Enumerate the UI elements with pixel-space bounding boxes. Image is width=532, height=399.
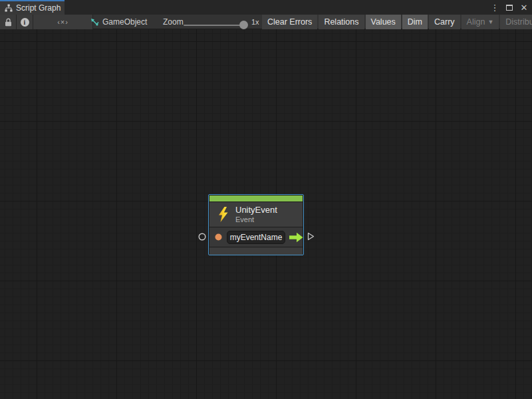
close-icon[interactable]: ✕ [519, 1, 529, 13]
node-title: UnityEvent [235, 205, 277, 215]
tab-script-graph[interactable]: Script Graph [0, 0, 65, 15]
event-name-input[interactable] [227, 231, 285, 244]
values-toggle[interactable]: Values [366, 15, 401, 29]
clear-errors-button[interactable]: Clear Errors [262, 15, 317, 29]
unity-event-node[interactable]: UnityEvent Event [208, 194, 304, 255]
zoom-slider-track[interactable] [184, 25, 246, 26]
node-subtitle: Event [235, 215, 277, 225]
node-accent-strip [209, 196, 303, 201]
info-button[interactable]: i [17, 15, 33, 29]
menu-kebab-icon[interactable]: ⋮ [489, 1, 500, 13]
trigger-input-port[interactable] [198, 233, 206, 241]
node-port-row [209, 227, 303, 247]
value-input-port[interactable] [215, 233, 222, 241]
code-toggle-icon: ‹×› [57, 18, 68, 26]
tab-title: Script Graph [16, 3, 61, 13]
lock-icon [5, 18, 12, 27]
node-footer [209, 247, 303, 255]
carry-toggle[interactable]: Carry [429, 15, 460, 29]
toolbar-button-row: Clear Errors Relations Values Dim Carry … [262, 15, 532, 29]
lock-button[interactable] [0, 15, 17, 29]
distribute-dropdown[interactable]: Distribute ▼ [500, 15, 532, 29]
graph-target: GameObject [90, 15, 147, 29]
maximize-icon[interactable] [504, 1, 515, 13]
graph-asset-icon [90, 18, 99, 27]
trigger-output-port[interactable] [307, 232, 315, 241]
graph-canvas[interactable]: UnityEvent Event [0, 29, 532, 399]
node-header[interactable]: UnityEvent Event [209, 202, 303, 227]
graph-target-label: GameObject [102, 17, 147, 27]
code-toggle-button[interactable]: ‹×› [33, 15, 93, 29]
zoom-value: 1x [251, 15, 259, 29]
align-dropdown[interactable]: Align ▼ [462, 15, 499, 29]
script-graph-icon [5, 4, 13, 12]
graph-toolbar: i ‹×› GameObject Zoom 1x Clear Errors Re… [0, 15, 532, 29]
titlebar: Script Graph ⋮ ✕ [0, 0, 532, 15]
relations-toggle[interactable]: Relations [319, 15, 364, 29]
trigger-arrow-icon[interactable] [289, 232, 304, 243]
script-graph-window: Script Graph ⋮ ✕ i ‹×› GameOb [0, 0, 532, 399]
lightning-bolt-icon [217, 207, 229, 222]
dim-toggle[interactable]: Dim [402, 15, 428, 29]
zoom-label: Zoom [163, 15, 184, 29]
chevron-down-icon: ▼ [487, 19, 493, 25]
zoom-slider-handle[interactable] [239, 21, 248, 29]
info-icon: i [21, 18, 29, 27]
